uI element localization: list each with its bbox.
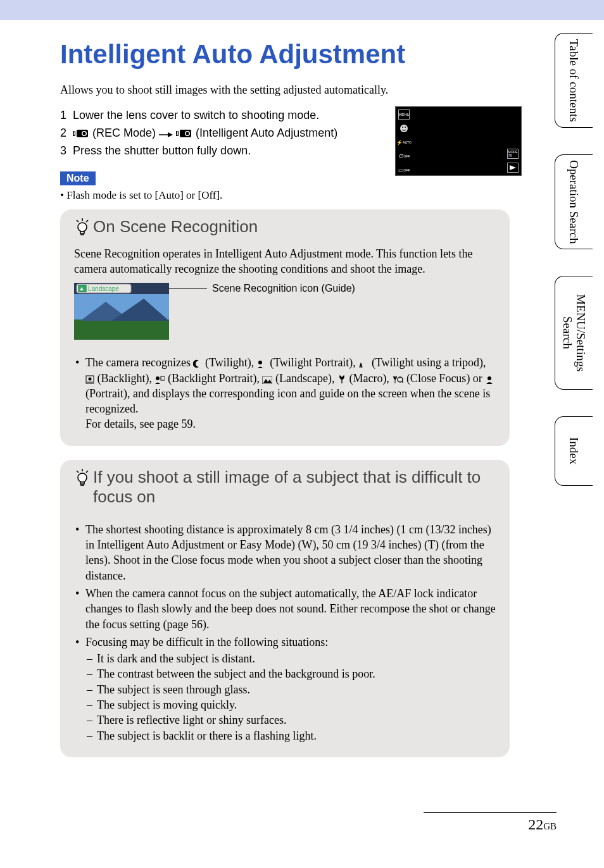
- backlight-portrait-icon: [154, 375, 165, 384]
- scene-caption: Scene Recognition icon (Guide): [212, 283, 355, 294]
- lightbulb-icon: [74, 218, 91, 237]
- lightbulb-icon: [74, 469, 91, 488]
- sub-item: The subject is moving quickly.: [85, 697, 496, 712]
- flash-auto-icon[interactable]: ⚡AUTO: [398, 137, 410, 147]
- svg-line-38: [77, 471, 79, 473]
- step-number: 3: [60, 142, 73, 160]
- mode-icon[interactable]: MODE📷: [507, 149, 519, 159]
- side-tabs: Table of contents Operation Search MENU/…: [555, 33, 593, 486]
- step-3: 3 Press the shutter button fully down.: [60, 142, 370, 160]
- step-text: Press the shutter button fully down.: [73, 142, 370, 160]
- play-icon[interactable]: [507, 163, 519, 173]
- camera-lcd-mock: MENU ⚡AUTO ⏱OFF ▭OFF MODE📷: [395, 106, 522, 176]
- page-number: 22GB: [528, 816, 557, 833]
- note-text: Flash mode is set to [Auto] or [Off].: [60, 189, 494, 202]
- t: (Twilight using a tripod),: [368, 356, 486, 369]
- twilight-tripod-icon: [358, 359, 368, 368]
- step-number: 2: [60, 125, 73, 142]
- svg-point-29: [156, 376, 160, 380]
- svg-point-42: [400, 125, 408, 132]
- tip-title-text: If you shoot a still image of a subject …: [93, 468, 496, 507]
- intelligent-auto-icon: i: [176, 128, 192, 139]
- page-title: Intelligent Auto Adjustment: [60, 39, 494, 70]
- thumb-label: Landscape: [88, 285, 119, 292]
- svg-marker-6: [168, 132, 173, 137]
- step-text: i (REC Mode) i (Intelligent Auto Adjustm…: [73, 125, 370, 142]
- tip-title-text: On Scene Recognition: [93, 217, 258, 237]
- svg-point-9: [186, 132, 189, 135]
- burst-off-icon[interactable]: ▭OFF: [398, 165, 410, 175]
- bullet-pretext: The camera recognizes: [85, 356, 193, 369]
- page-number-suffix: GB: [543, 821, 557, 831]
- t: (Twilight),: [202, 356, 256, 369]
- svg-rect-31: [262, 376, 272, 384]
- sub-item: It is dark and the subject is distant.: [85, 651, 496, 666]
- twilight-icon: [193, 359, 202, 368]
- arrow-right-icon: [159, 131, 173, 139]
- tip-title: On Scene Recognition: [74, 217, 496, 237]
- t: (Portrait), and displays the correspondi…: [85, 387, 490, 415]
- portrait-icon: [485, 375, 494, 384]
- list-item-text: Focusing may be difficult in the followi…: [85, 636, 328, 648]
- svg-point-34: [398, 377, 403, 382]
- note-label: Note: [60, 171, 96, 185]
- svg-rect-19: [74, 319, 169, 340]
- t: (Close Focus) or: [403, 372, 485, 385]
- scene-thumbnail: Landscape: [74, 283, 169, 340]
- smile-icon[interactable]: [398, 123, 410, 133]
- svg-point-43: [402, 127, 403, 128]
- svg-line-39: [86, 471, 88, 473]
- sub-item: There is reflective light or shiny surfa…: [85, 712, 496, 728]
- focus-bullet-list: The shortest shooting distance is approx…: [74, 522, 496, 743]
- steps-list: 1 Lower the lens cover to switch to shoo…: [60, 107, 370, 160]
- step2-prefix: (REC Mode): [89, 127, 159, 139]
- step2-suffix: (Intelligent Auto Adjustment): [192, 127, 337, 139]
- tab-operation-search[interactable]: Operation Search: [555, 154, 593, 249]
- svg-point-25: [258, 361, 262, 364]
- t: (Backlight Portrait),: [165, 372, 262, 385]
- details-line: For details, see page 59.: [85, 418, 196, 430]
- page-number-value: 22: [528, 816, 543, 833]
- svg-marker-33: [267, 380, 272, 383]
- svg-point-27: [89, 377, 92, 380]
- svg-line-14: [86, 220, 88, 222]
- close-focus-icon: [392, 375, 403, 384]
- landscape-icon: [262, 376, 272, 384]
- sub-item: The subject is seen through glass.: [85, 682, 496, 697]
- step-text: Lower the lens cover to switch to shooti…: [73, 107, 370, 125]
- svg-line-13: [77, 220, 79, 222]
- sub-list: It is dark and the subject is distant. T…: [85, 651, 496, 743]
- step-2: 2 i (REC Mode) i (Intelligent Auto Adjus…: [60, 125, 370, 142]
- step-1: 1 Lower the lens cover to switch to shoo…: [60, 107, 370, 125]
- rec-mode-icon: i: [73, 128, 89, 139]
- t: (Twilight Portrait),: [267, 356, 359, 369]
- header-bar: [0, 0, 604, 20]
- scene-thumbnail-row: Landscape Scene Recognition icon (Guide): [74, 283, 496, 340]
- timer-off-icon[interactable]: ⏱OFF: [398, 151, 410, 161]
- macro-icon: [337, 375, 346, 384]
- intro-text: Allows you to shoot still images with th…: [60, 84, 494, 97]
- twilight-portrait-icon: [257, 359, 267, 368]
- tab-menu-settings-search[interactable]: MENU/Settings Search: [555, 276, 593, 390]
- tab-index[interactable]: Index: [555, 416, 593, 486]
- t: (Macro),: [346, 372, 392, 385]
- tip-difficult-focus: If you shoot a still image of a subject …: [60, 460, 510, 757]
- svg-marker-45: [510, 165, 516, 170]
- tip-title: If you shoot a still image of a subject …: [74, 468, 496, 507]
- svg-point-36: [488, 376, 491, 380]
- menu-icon[interactable]: MENU: [398, 109, 410, 120]
- t: (Landscape),: [272, 372, 337, 385]
- svg-text:i: i: [73, 130, 75, 137]
- list-item: When the camera cannot focus on the subj…: [74, 586, 496, 632]
- scene-bullet-list: The camera recognizes (Twilight), (Twili…: [74, 355, 496, 431]
- sub-item: The contrast between the subject and the…: [85, 666, 496, 681]
- tab-table-of-contents[interactable]: Table of contents: [555, 33, 593, 128]
- svg-text:i: i: [177, 130, 179, 137]
- svg-point-2: [83, 132, 86, 135]
- svg-point-40: [78, 473, 87, 482]
- svg-point-15: [78, 223, 87, 232]
- tip-scene-recognition: On Scene Recognition Scene Recognition o…: [60, 209, 510, 446]
- svg-point-44: [405, 127, 406, 128]
- list-item: The shortest shooting distance is approx…: [74, 522, 496, 583]
- tip-paragraph: Scene Recognition operates in Intelligen…: [74, 246, 496, 277]
